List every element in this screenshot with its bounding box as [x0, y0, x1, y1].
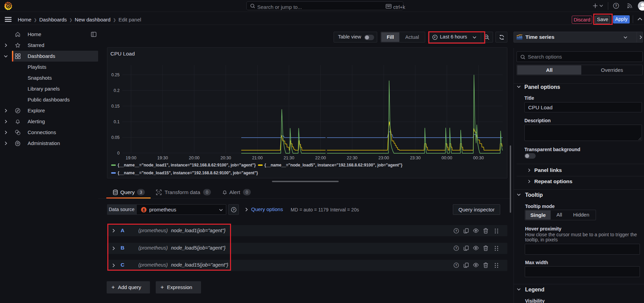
svg-text:0.1: 0.1: [114, 119, 120, 124]
svg-text:?: ?: [233, 208, 235, 211]
svg-text:0: 0: [117, 151, 120, 156]
svg-text:22:30: 22:30: [347, 156, 357, 160]
svg-text:20:00: 20:00: [189, 156, 199, 160]
svg-text:21:30: 21:30: [283, 156, 294, 160]
svg-text:20:30: 20:30: [220, 156, 231, 160]
svg-text:19:30: 19:30: [157, 156, 168, 160]
svg-text:00:00: 00:00: [442, 156, 452, 160]
svg-text:?: ?: [455, 246, 457, 250]
svg-text:0.2: 0.2: [114, 88, 120, 93]
svg-text:0.15: 0.15: [111, 104, 120, 109]
svg-text:?: ?: [455, 264, 457, 267]
svg-text:23:30: 23:30: [410, 156, 420, 160]
svg-text:21:00: 21:00: [252, 156, 263, 160]
svg-text:23:00: 23:00: [378, 156, 389, 160]
svg-text:19:00: 19:00: [126, 156, 136, 160]
svg-text:?: ?: [615, 4, 617, 8]
svg-text:0.05: 0.05: [111, 135, 120, 140]
svg-text:22:00: 22:00: [315, 156, 326, 160]
svg-text:?: ?: [455, 229, 457, 233]
svg-text:0.25: 0.25: [111, 73, 120, 77]
svg-text:00:30: 00:30: [473, 156, 484, 160]
